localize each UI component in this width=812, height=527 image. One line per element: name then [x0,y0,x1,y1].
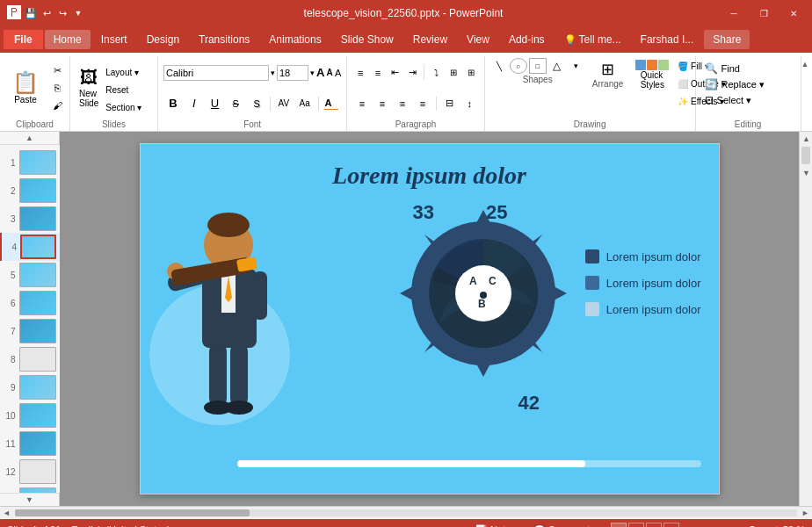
normal-view-button[interactable]: ▦ [611,523,627,527]
h-scroll-thumb[interactable] [15,509,250,516]
paste-button[interactable]: 📋 Paste [5,69,46,108]
indent-inc-button[interactable]: ⇥ [405,65,421,81]
menu-transitions[interactable]: Transitions [190,30,258,49]
menu-user[interactable]: Farshad I... [632,30,703,49]
font-name-dropdown[interactable]: ▾ [271,69,275,77]
slide-thumb-10[interactable]: 10 [0,401,60,430]
menu-animations[interactable]: Animations [260,30,330,49]
menu-file[interactable]: File [4,30,43,49]
bullets-button[interactable]: ≡ [352,65,368,81]
canvas-area[interactable]: Lorem ipsum dolor [60,132,799,506]
align-center-button[interactable]: ≡ [373,96,391,112]
underline-button[interactable]: U [206,96,225,112]
quick-styles-button[interactable]: QuickStyles [630,58,674,91]
slide-thumb-13[interactable]: 13 [0,486,60,493]
menu-slideshow[interactable]: Slide Show [332,30,402,49]
undo-icon[interactable]: ↩ [40,7,53,19]
slide-thumb-9[interactable]: 9 [0,373,60,401]
bold-button[interactable]: B [163,96,183,112]
minimize-button[interactable]: ─ [722,4,745,22]
clear-format-button[interactable]: A [335,65,341,81]
scroll-thumb[interactable] [801,147,810,164]
notes-button[interactable]: 📝 Notes [470,523,521,528]
slide-thumb-7[interactable]: 7 [0,317,60,345]
justify-button[interactable]: ≡ [414,96,432,112]
align-text-button[interactable]: ⊞ [446,65,461,81]
shape-4[interactable]: △ [548,58,566,74]
h-scroll-track[interactable] [15,509,797,516]
reading-view-button[interactable]: ▤ [646,523,662,527]
menu-design[interactable]: Design [138,30,188,49]
cut-button[interactable]: ✂ [47,62,67,78]
shape-3[interactable]: □ [529,58,547,74]
char-spacing-button[interactable]: AV [274,96,294,112]
comments-button[interactable]: 💬 Comments [528,523,600,528]
replace-button[interactable]: 🔄 Replace ▾ [701,77,768,91]
smartart-button[interactable]: ⊞ [463,65,479,81]
slide-thumb-8[interactable]: 8 [0,345,60,373]
slide-thumb-1[interactable]: 1 [0,148,60,177]
customize-icon[interactable]: ▼ [72,7,84,19]
columns-button[interactable]: ⊟ [440,96,459,112]
copy-button[interactable]: ⎘ [47,80,67,96]
shape-dropdown[interactable]: ▾ [568,58,585,74]
slide-sorter-button[interactable]: ⊞ [628,523,644,527]
change-case-button[interactable]: Aa [295,96,315,112]
numbering-button[interactable]: ≡ [370,65,386,81]
slide-thumb-5[interactable]: 5 [0,261,60,289]
strikethrough-button[interactable]: S [226,96,245,112]
zoom-in-button[interactable]: + [773,523,779,527]
font-size-dropdown[interactable]: ▾ [310,69,315,77]
slide-thumb-12[interactable]: 12 [0,458,60,486]
align-right-button[interactable]: ≡ [393,96,411,112]
arrange-button[interactable]: ⊞ Arrange [589,58,627,90]
h-scroll-left[interactable]: ◄ [0,507,13,520]
align-left-button[interactable]: ≡ [352,96,371,112]
section-button[interactable]: Section ▾ [104,99,148,115]
right-scrollbar[interactable]: ▲ ▼ [799,132,812,506]
layout-button[interactable]: Layout ▾ [104,64,148,80]
font-color-button[interactable]: A [323,96,342,112]
h-scroll-right[interactable]: ► [799,507,812,520]
font-size-input[interactable] [277,65,308,81]
slide-thumb-11[interactable]: 11 [0,430,60,458]
reset-button[interactable]: Reset [104,82,148,97]
format-painter-button[interactable]: 🖌 [47,97,67,113]
shadow-button[interactable]: S [247,96,266,112]
menu-home[interactable]: Home [45,30,91,49]
slideshow-button[interactable]: ▶ [663,523,679,527]
select-button[interactable]: ⊡ Select ▾ [701,93,756,107]
menu-addins[interactable]: Add-ins [500,30,554,49]
slide-scroll-down[interactable]: ▼ [0,493,59,506]
slide-canvas[interactable]: Lorem ipsum dolor [140,143,720,495]
slide-thumb-4[interactable]: 4 [0,233,60,261]
text-direction-button[interactable]: ⤵ [428,65,444,81]
shape-2[interactable]: ○ [510,58,527,74]
line-spacing-button[interactable]: ↕ [460,96,479,112]
menu-tellme[interactable]: 💡Tell me... [555,30,630,49]
zoom-out-button[interactable]: − [690,523,696,527]
ribbon-expand-button[interactable]: ▲ [801,56,812,131]
decrease-font-button[interactable]: A [326,65,332,81]
menu-share[interactable]: Share [704,30,750,49]
new-slide-button[interactable]: 🖼 NewSlide [76,66,102,110]
slide-thumb-2[interactable]: 2 [0,177,60,205]
menu-view[interactable]: View [458,30,498,49]
font-name-input[interactable] [163,65,269,81]
shape-1[interactable]: ╲ [490,58,508,74]
scroll-down-arrow[interactable]: ▼ [800,166,812,179]
scroll-up-arrow[interactable]: ▲ [800,132,812,145]
restore-button[interactable]: ❐ [752,4,775,22]
italic-button[interactable]: I [185,96,204,112]
increase-font-button[interactable]: A [316,65,324,81]
slide-scroll-up[interactable]: ▲ [0,132,59,145]
redo-icon[interactable]: ↪ [56,7,69,19]
close-button[interactable]: ✕ [782,4,805,22]
indent-dec-button[interactable]: ⇤ [388,65,403,81]
save-icon[interactable]: 💾 [25,7,37,19]
menu-review[interactable]: Review [404,30,456,49]
slide-thumb-6[interactable]: 6 [0,289,60,317]
menu-insert[interactable]: Insert [92,30,136,49]
find-button[interactable]: 🔍 Find [701,61,743,76]
slide-thumb-3[interactable]: 3 [0,205,60,233]
